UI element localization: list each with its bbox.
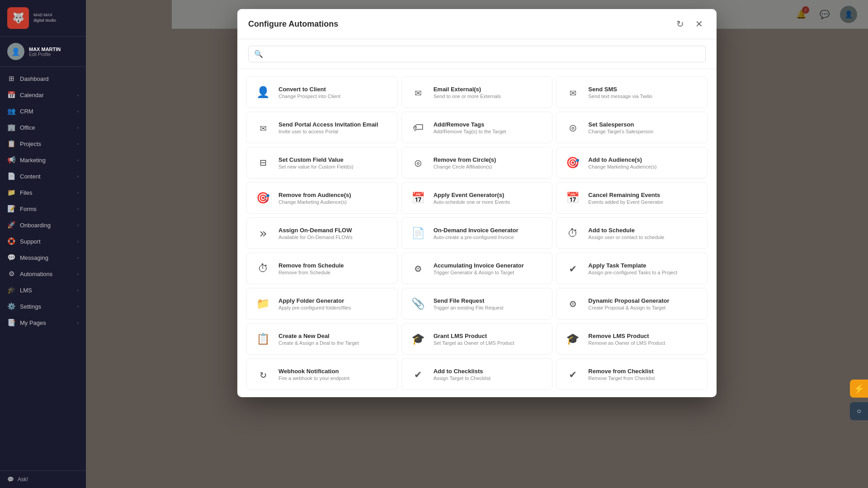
nav-item-left: 📅 Calendar: [7, 91, 44, 99]
nav-item-left: ⊞ Dashboard: [7, 75, 49, 83]
sidebar-item-settings[interactable]: ⚙️ Settings ›: [0, 298, 86, 314]
grid-item-title-add-remove-tags: Add/Remove Tags: [434, 121, 506, 128]
grid-item-remove-lms-product[interactable]: 🎓 Remove LMS Product Remove as Owner of …: [556, 323, 708, 355]
grid-item-cancel-remaining-events[interactable]: 📅 Cancel Remaining Events Events added b…: [556, 182, 708, 214]
grid-item-set-custom-field[interactable]: ⊟ Set Custom Field Value Set new value f…: [246, 147, 398, 178]
lightning-button[interactable]: ⚡: [850, 380, 868, 398]
grid-item-apply-task-template[interactable]: ✔ Apply Task Template Assign pre-configu…: [556, 253, 708, 284]
nav-item-left: 🏢 Office: [7, 123, 35, 131]
nav-label-lms: LMS: [20, 287, 32, 294]
grid-item-desc-set-custom-field: Set new value for Custom Field(s): [278, 164, 354, 169]
grid-item-title-add-to-schedule: Add to Schedule: [588, 227, 664, 234]
grid-item-icon-grant-lms-product: 🎓: [409, 330, 427, 348]
grid-item-send-portal-access[interactable]: ✉ Send Portal Access Invitation Email In…: [246, 112, 398, 143]
sidebar-item-projects[interactable]: 📋 Projects ›: [0, 136, 86, 152]
grid-item-text-set-custom-field: Set Custom Field Value Set new value for…: [278, 156, 354, 169]
grid-item-grant-lms-product[interactable]: 🎓 Grant LMS Product Set Target as Owner …: [401, 323, 553, 355]
grid-item-desc-add-to-checklists: Assign Target to Checklist: [434, 375, 491, 381]
close-button[interactable]: ✕: [692, 17, 706, 31]
nav-item-left: 🎓 LMS: [7, 286, 32, 294]
sidebar-item-calendar[interactable]: 📅 Calendar ›: [0, 87, 86, 103]
grid-item-icon-webhook-notification: ↻: [254, 365, 272, 383]
grid-item-email-externals[interactable]: ✉ Email External(s) Send to one or more …: [401, 76, 553, 108]
grid-item-text-apply-event-generator: Apply Event Generator(s) Auto-schedule o…: [434, 192, 510, 205]
grid-item-desc-cancel-remaining-events: Events added by Event Generator: [588, 199, 663, 205]
nav-item-left: ⚙ Automations: [7, 270, 52, 278]
grid-item-set-salesperson[interactable]: ◎ Set Salesperson Change Target's Salesp…: [556, 112, 708, 143]
configure-automations-modal: Configure Automations ↻ ✕ 🔍 👤 Conv: [237, 9, 717, 397]
sidebar-item-onboarding[interactable]: 🚀 Onboarding ›: [0, 217, 86, 233]
sidebar-item-my-pages[interactable]: 📑 My Pages ›: [0, 314, 86, 331]
grid-item-remove-from-circle[interactable]: ◎ Remove from Circle(s) Change Circle Af…: [401, 147, 553, 178]
nav-arrow-lms: ›: [77, 288, 79, 293]
sidebar-item-marketing[interactable]: 📢 Marketing ›: [0, 152, 86, 168]
nav-label-projects: Projects: [20, 141, 41, 147]
sidebar-item-automations[interactable]: ⚙ Automations ›: [0, 266, 86, 282]
grid-item-title-cancel-remaining-events: Cancel Remaining Events: [588, 192, 663, 198]
grid-item-remove-from-schedule[interactable]: ⏱ Remove from Schedule Remove from Sched…: [246, 253, 398, 284]
nav-label-office: Office: [20, 124, 35, 131]
nav-arrow-calendar: ›: [77, 93, 79, 98]
grid-item-add-to-audiences[interactable]: 🎯 Add to Audience(s) Change Marketing Au…: [556, 147, 708, 178]
sidebar-item-files[interactable]: 📁 Files ›: [0, 184, 86, 201]
grid-item-title-remove-from-audiences: Remove from Audience(s): [278, 192, 351, 198]
nav-arrow-files: ›: [77, 190, 79, 195]
grid-item-title-webhook-notification: Webhook Notification: [278, 368, 349, 375]
nav-icon-projects: 📋: [7, 140, 15, 148]
sidebar-user[interactable]: 👤 MAX MARTIN Edit Profile: [0, 37, 86, 67]
nav-icon-automations: ⚙: [7, 270, 15, 278]
nav-arrow-onboarding: ›: [77, 223, 79, 228]
logo-icon: 🐺: [7, 7, 29, 29]
grid-item-title-set-custom-field: Set Custom Field Value: [278, 156, 354, 163]
sidebar-item-content[interactable]: 📄 Content ›: [0, 168, 86, 184]
grid-item-desc-grant-lms-product: Set Target as Owner of LMS Product: [434, 340, 514, 346]
sidebar-item-office[interactable]: 🏢 Office ›: [0, 119, 86, 136]
grid-item-accumulating-invoice-generator[interactable]: ⚙ Accumulating Invoice Generator Trigger…: [401, 253, 553, 284]
grid-item-title-send-portal-access: Send Portal Access Invitation Email: [278, 121, 378, 128]
sidebar-item-messaging[interactable]: 💬 Messaging ›: [0, 249, 86, 266]
grid-item-on-demand-invoice-generator[interactable]: 📄 On-Demand Invoice Generator Auto-creat…: [401, 217, 553, 249]
grid-item-remove-from-checklist[interactable]: ✔ Remove from Checklist Remove Target fr…: [556, 358, 708, 390]
search-wrapper: 🔍: [248, 46, 706, 62]
sidebar-item-lms[interactable]: 🎓 LMS ›: [0, 282, 86, 298]
grid-item-desc-remove-from-checklist: Remove Target from Checklist: [588, 375, 655, 381]
grid-item-send-file-request[interactable]: 📎 Send File Request Trigger an existing …: [401, 288, 553, 319]
grid-item-icon-remove-from-schedule: ⏱: [254, 259, 272, 277]
circle-button[interactable]: ○: [850, 402, 868, 420]
nav-label-support: Support: [20, 238, 41, 245]
grid-item-remove-from-audiences[interactable]: 🎯 Remove from Audience(s) Change Marketi…: [246, 182, 398, 214]
back-button[interactable]: ↻: [673, 17, 687, 31]
sidebar-bottom: 💬 Ask!: [0, 470, 86, 488]
nav-label-marketing: Marketing: [20, 157, 46, 164]
sidebar-item-crm[interactable]: 👥 CRM ›: [0, 103, 86, 119]
grid-item-create-new-deal[interactable]: 📋 Create a New Deal Create & Assign a De…: [246, 323, 398, 355]
ask-button[interactable]: 💬 Ask!: [7, 476, 79, 483]
sidebar-item-forms[interactable]: 📝 Forms ›: [0, 201, 86, 217]
grid-item-apply-folder-generator[interactable]: 📁 Apply Folder Generator Apply pre-confi…: [246, 288, 398, 319]
grid-item-desc-dynamic-proposal-generator: Create Proposal & Assign to Target: [588, 305, 669, 310]
edit-profile-link[interactable]: Edit Profile: [29, 52, 61, 57]
grid-item-convert-to-client[interactable]: 👤 Convert to Client Change Prospect into…: [246, 76, 398, 108]
grid-item-desc-on-demand-invoice-generator: Auto-create a pre-configured Invoice: [434, 235, 519, 240]
nav-icon-marketing: 📢: [7, 156, 15, 164]
grid-item-title-assign-on-demand-flow: Assign On-Demand FLOW: [278, 227, 353, 234]
grid-item-assign-on-demand-flow[interactable]: » Assign On-Demand FLOW Available for On…: [246, 217, 398, 249]
grid-item-add-to-schedule[interactable]: ⏱ Add to Schedule Assign user or contact…: [556, 217, 708, 249]
sidebar-item-dashboard[interactable]: ⊞ Dashboard: [0, 70, 86, 87]
nav-icon-settings: ⚙️: [7, 302, 15, 310]
grid-item-text-create-new-deal: Create a New Deal Create & Assign a Deal…: [278, 333, 359, 346]
nav-icon-calendar: 📅: [7, 91, 15, 99]
grid-item-send-sms[interactable]: ✉ Send SMS Send text message via Twilio: [556, 76, 708, 108]
nav-label-crm: CRM: [20, 108, 33, 115]
search-input[interactable]: [268, 51, 700, 58]
grid-item-text-send-portal-access: Send Portal Access Invitation Email Invi…: [278, 121, 378, 134]
grid-item-apply-event-generator[interactable]: 📅 Apply Event Generator(s) Auto-schedule…: [401, 182, 553, 214]
nav-arrow-my-pages: ›: [77, 320, 79, 325]
grid-item-add-to-checklists[interactable]: ✔ Add to Checklists Assign Target to Che…: [401, 358, 553, 390]
grid-item-icon-send-file-request: 📎: [409, 295, 427, 313]
grid-item-add-remove-tags[interactable]: 🏷 Add/Remove Tags Add/Remove Tag(s) to t…: [401, 112, 553, 143]
sidebar-item-support[interactable]: 🛟 Support ›: [0, 233, 86, 249]
grid-item-title-add-to-checklists: Add to Checklists: [434, 368, 491, 375]
grid-item-webhook-notification[interactable]: ↻ Webhook Notification Fire a webhook to…: [246, 358, 398, 390]
grid-item-dynamic-proposal-generator[interactable]: ⚙ Dynamic Proposal Generator Create Prop…: [556, 288, 708, 319]
